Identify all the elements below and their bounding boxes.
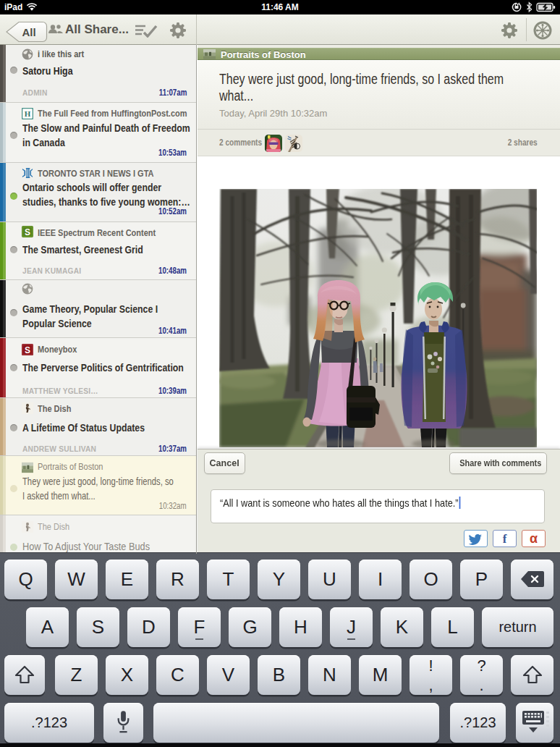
svg-text:All: All [22, 26, 35, 38]
svg-text:S: S [25, 345, 30, 355]
svg-text:S: S [25, 227, 30, 237]
svg-text:H: H [25, 109, 31, 118]
